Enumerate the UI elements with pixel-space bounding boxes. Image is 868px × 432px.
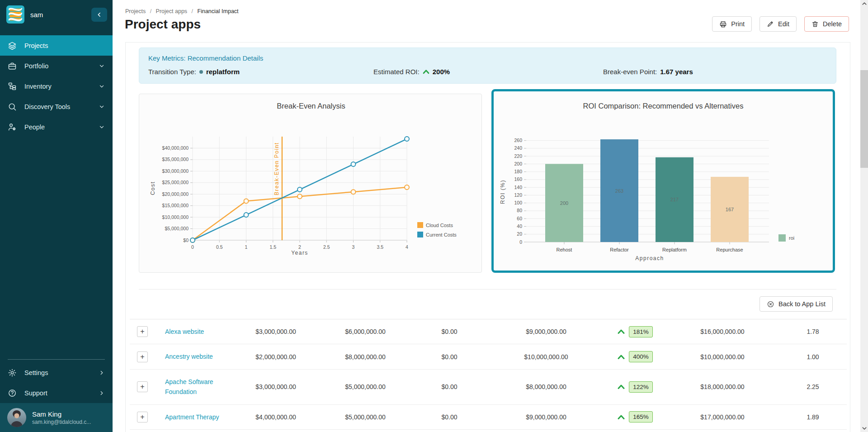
table-row: +Ancestry website$2,000,000.00$8,000,000… — [130, 344, 847, 369]
roi-comparison-chart: ROI Comparison: Recommended vs Alternati… — [494, 91, 833, 271]
roi-badge: 122% — [629, 381, 653, 393]
print-button[interactable]: Print — [712, 16, 752, 32]
roi-cell: 165% — [604, 411, 666, 423]
expand-row-button[interactable]: + — [137, 351, 148, 362]
sidebar-item-portfolio[interactable]: Portfolio — [0, 56, 113, 76]
user-gear-icon — [8, 123, 17, 132]
svg-text:0.5: 0.5 — [216, 244, 223, 250]
svg-text:60: 60 — [517, 216, 522, 221]
avatar — [7, 408, 26, 427]
printer-icon — [719, 20, 727, 28]
svg-text:$20,000,000: $20,000,000 — [162, 191, 189, 197]
user-profile[interactable]: Sam King sam.king@tidalcloud.c... — [0, 403, 113, 432]
main-content: Projects / Project apps / Financial Impa… — [113, 0, 860, 432]
user-email: sam.king@tidalcloud.c... — [32, 419, 91, 425]
svg-text:1.5: 1.5 — [269, 244, 276, 250]
transition-type-label: Transition Type: — [148, 68, 196, 76]
table-cell: $9,000,000.00 — [488, 413, 604, 421]
table-cell: $10,000,000.00 — [666, 353, 779, 361]
trend-up-icon — [618, 414, 625, 420]
transition-type-dot-icon — [199, 70, 203, 74]
svg-text:Break-Even Point: Break-Even Point — [274, 142, 280, 195]
chevron-right-icon — [99, 370, 105, 376]
sidebar-item-label: Projects — [24, 42, 48, 49]
svg-text:40: 40 — [517, 223, 522, 229]
svg-text:$5,000,000: $5,000,000 — [165, 226, 189, 231]
svg-text:263: 263 — [615, 188, 623, 194]
back-to-app-list-button[interactable]: Back to App List — [760, 296, 833, 312]
estimated-roi-label: Estimated ROI: — [373, 68, 420, 76]
app-name-link[interactable]: Alexa website — [165, 328, 204, 335]
breadcrumb-current: Financial Impact — [198, 8, 239, 14]
roi-badge: 165% — [629, 411, 653, 423]
roi-cell: 181% — [604, 326, 666, 337]
svg-text:Refactor: Refactor — [610, 247, 629, 252]
svg-text:4: 4 — [406, 244, 408, 250]
sidebar-item-people[interactable]: People — [0, 117, 113, 137]
table-cell: $6,000,000.00 — [320, 328, 411, 335]
app-table-body: +Alexa website$3,000,000.00$6,000,000.00… — [130, 319, 847, 430]
page-title: Project apps — [125, 17, 201, 32]
svg-text:217: 217 — [670, 197, 679, 202]
scroll-down-arrow-icon[interactable] — [860, 425, 868, 432]
svg-text:120: 120 — [514, 192, 522, 198]
table-cell: $18,000,000.00 — [666, 383, 779, 390]
table-cell: 1.89 — [779, 413, 847, 421]
chevron-down-icon — [99, 63, 105, 69]
sidebar: sam Projects Portfolio Inventory Discove… — [0, 0, 113, 432]
table-cell: $3,000,000.00 — [232, 383, 320, 390]
transition-type-value: replatform — [206, 68, 240, 76]
svg-text:roi: roi — [789, 235, 794, 241]
svg-text:Approach: Approach — [635, 255, 664, 261]
app-name-link[interactable]: Ancestry website — [165, 353, 213, 360]
chevron-down-icon — [99, 124, 105, 130]
breadcrumb-projects[interactable]: Projects — [125, 8, 146, 14]
workspace-name: sam — [30, 11, 85, 19]
sidebar-header: sam — [0, 0, 113, 29]
scrollbar-thumb[interactable] — [860, 70, 868, 168]
roi-cell: 122% — [604, 381, 666, 393]
svg-text:1: 1 — [245, 244, 248, 250]
expand-row-button[interactable]: + — [137, 412, 148, 423]
chevron-right-icon — [99, 390, 105, 396]
table-cell: $0.00 — [411, 353, 488, 361]
sidebar-collapse-button[interactable] — [91, 8, 107, 22]
table-cell: $17,000,000.00 — [666, 413, 779, 421]
sidebar-item-support[interactable]: Support — [0, 383, 113, 403]
breakeven-label: Break-even Point: — [603, 68, 657, 76]
table-cell: 2.25 — [779, 383, 847, 390]
expand-row-button[interactable]: + — [137, 326, 148, 337]
delete-label: Delete — [823, 20, 842, 28]
table-cell: $8,000,000.00 — [320, 353, 411, 361]
user-name: Sam King — [32, 410, 91, 419]
table-cell: 1.78 — [779, 328, 847, 335]
table-cell: $5,000,000.00 — [320, 383, 411, 390]
svg-text:Cost: Cost — [150, 181, 156, 195]
scroll-up-arrow-icon[interactable] — [860, 0, 868, 7]
svg-text:$0: $0 — [183, 237, 189, 243]
sidebar-item-projects[interactable]: Projects — [0, 35, 113, 56]
app-name-link[interactable]: Apartment Therapy — [165, 413, 219, 421]
edit-button[interactable]: Edit — [760, 16, 797, 32]
app-name-link[interactable]: Apache Software Foundation — [165, 378, 213, 395]
estimated-roi-value: 200% — [433, 68, 450, 76]
svg-text:$40,000,000: $40,000,000 — [162, 145, 189, 151]
expand-row-button[interactable]: + — [137, 381, 148, 392]
page-scrollbar[interactable] — [860, 0, 868, 432]
svg-text:$35,000,000: $35,000,000 — [162, 157, 189, 162]
table-cell: $2,000,000.00 — [232, 353, 320, 361]
sidebar-item-label: Settings — [24, 369, 48, 376]
sidebar-item-settings[interactable]: Settings — [0, 362, 113, 383]
table-cell: $16,000,000.00 — [666, 328, 779, 335]
svg-text:140: 140 — [514, 185, 522, 190]
trash-icon — [811, 20, 819, 28]
svg-text:167: 167 — [726, 207, 734, 212]
sidebar-item-inventory[interactable]: Inventory — [0, 76, 113, 96]
table-cell: $3,000,000.00 — [232, 328, 320, 335]
breadcrumb-project-apps[interactable]: Project apps — [156, 8, 187, 14]
sidebar-item-discovery-tools[interactable]: Discovery Tools — [0, 96, 113, 117]
break-even-chart-card: Break-Even Analysis00.511.522.533.54$0$5… — [139, 94, 482, 273]
delete-button[interactable]: Delete — [804, 16, 849, 32]
svg-text:20: 20 — [517, 231, 522, 237]
table-cell: $9,000,000.00 — [488, 328, 604, 335]
